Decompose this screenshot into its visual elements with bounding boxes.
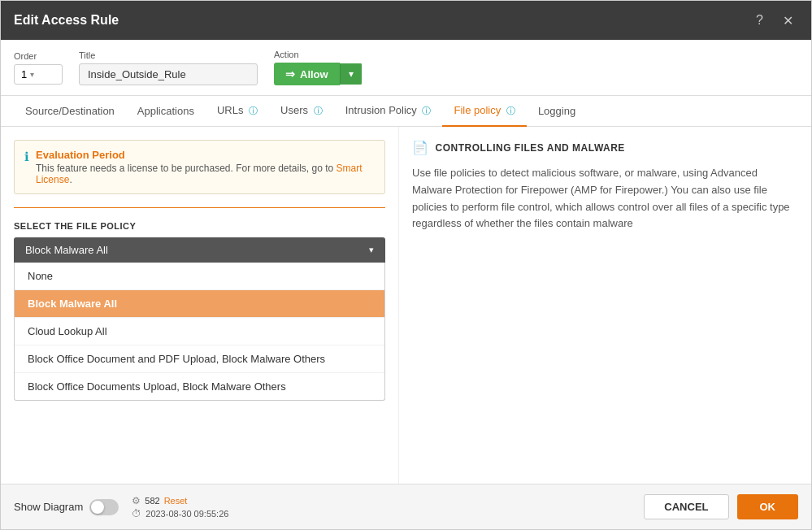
right-panel-body: Use file policies to detect malicious so… <box>412 165 798 232</box>
modal-footer: Show Diagram ⚙ 582 Reset ⏱ 2023-08-30 09… <box>1 484 811 529</box>
eval-title: Evaluation Period <box>36 149 375 161</box>
dropdown-arrow-icon: ▾ <box>369 245 374 255</box>
show-diagram-label: Show Diagram <box>14 501 83 513</box>
top-bar: Order 1 ▾ Title Action ⇒ Allow ▾ <box>1 40 811 96</box>
dropdown-selected-value: Block Malware All <box>25 244 108 256</box>
edit-access-rule-modal: Edit Access Rule ? ✕ Order 1 ▾ Title Act… <box>0 0 812 530</box>
meta-timestamp-row: ⏱ 2023-08-30 09:55:26 <box>132 508 228 519</box>
reset-link[interactable]: Reset <box>164 496 188 506</box>
left-panel: ℹ Evaluation Period This feature needs a… <box>1 127 399 484</box>
meta-timestamp: 2023-08-30 09:55:26 <box>145 509 228 519</box>
right-panel-title: 📄 CONTROLLING FILES AND MALWARE <box>412 140 798 155</box>
tab-intrusion-policy[interactable]: Intrusion Policy ⓘ <box>334 96 443 127</box>
tab-logging[interactable]: Logging <box>527 97 587 127</box>
urls-info-icon[interactable]: ⓘ <box>249 105 258 117</box>
action-label: Action <box>274 50 362 59</box>
dropdown-option-block-office-pdf[interactable]: Block Office Document and PDF Upload, Bl… <box>15 345 384 373</box>
content-area: ℹ Evaluation Period This feature needs a… <box>1 127 811 484</box>
file-policy-panel-icon: 📄 <box>412 140 429 155</box>
show-diagram-toggle[interactable] <box>89 499 119 515</box>
footer-meta: ⚙ 582 Reset ⏱ 2023-08-30 09:55:26 <box>132 495 228 519</box>
meta-count-row: ⚙ 582 Reset <box>132 495 228 506</box>
footer-left: Show Diagram ⚙ 582 Reset ⏱ 2023-08-30 09… <box>14 495 228 519</box>
meta-count-value: 582 <box>145 496 159 506</box>
cancel-button[interactable]: CANCEL <box>644 494 728 519</box>
file-policy-info-icon[interactable]: ⓘ <box>506 105 515 117</box>
modal-body: Order 1 ▾ Title Action ⇒ Allow ▾ <box>1 40 811 484</box>
close-button[interactable]: ✕ <box>778 11 798 30</box>
tab-applications[interactable]: Applications <box>126 97 206 127</box>
dropdown-option-cloud-lookup[interactable]: Cloud Lookup All <box>15 318 384 345</box>
intrusion-info-icon[interactable]: ⓘ <box>422 105 431 117</box>
title-input[interactable] <box>79 63 258 85</box>
eval-content: Evaluation Period This feature needs a l… <box>36 149 375 185</box>
footer-right: CANCEL OK <box>644 494 798 519</box>
tab-users[interactable]: Users ⓘ <box>269 96 334 127</box>
modal-header: Edit Access Rule ? ✕ <box>1 1 811 40</box>
eval-text: This feature needs a license to be purch… <box>36 163 375 185</box>
tab-source-destination[interactable]: Source/Destination <box>14 97 126 127</box>
right-panel: 📄 CONTROLLING FILES AND MALWARE Use file… <box>399 127 811 484</box>
eval-info-icon: ℹ <box>24 150 29 164</box>
order-field-group: Order 1 ▾ <box>14 51 63 85</box>
action-main-button[interactable]: ⇒ Allow <box>274 63 340 85</box>
title-field-group: Title <box>79 50 258 85</box>
show-diagram-group: Show Diagram <box>14 499 119 515</box>
tabs-bar: Source/Destination Applications URLs ⓘ U… <box>1 96 811 127</box>
order-arrow-icon: ▾ <box>30 70 34 79</box>
action-button-group: ⇒ Allow ▾ <box>274 63 362 85</box>
select-file-policy-label: SELECT THE FILE POLICY <box>14 221 385 231</box>
header-actions: ? ✕ <box>751 11 798 30</box>
ok-button[interactable]: OK <box>737 494 799 519</box>
action-label-text: Allow <box>300 68 328 80</box>
action-group: Action ⇒ Allow ▾ <box>274 50 362 85</box>
dropdown-option-block-malware-all[interactable]: Block Malware All <box>15 290 384 318</box>
dropdown-header[interactable]: Block Malware All ▾ <box>14 237 385 263</box>
dropdown-menu: None Block Malware All Cloud Lookup All … <box>14 263 385 401</box>
modal-title: Edit Access Rule <box>14 13 119 28</box>
dropdown-option-block-office-docs[interactable]: Block Office Documents Upload, Block Mal… <box>15 373 384 400</box>
timestamp-icon: ⏱ <box>132 508 141 519</box>
title-label: Title <box>79 50 258 60</box>
toggle-knob <box>91 501 104 514</box>
order-label: Order <box>14 51 63 61</box>
help-button[interactable]: ? <box>751 11 768 29</box>
order-value: 1 <box>21 68 27 80</box>
count-icon: ⚙ <box>132 495 141 506</box>
action-icon: ⇒ <box>285 67 295 80</box>
eval-period-banner: ℹ Evaluation Period This feature needs a… <box>14 140 385 194</box>
users-info-icon[interactable]: ⓘ <box>314 105 323 117</box>
dropdown-option-none[interactable]: None <box>15 263 384 290</box>
tab-file-policy[interactable]: File policy ⓘ <box>442 96 526 127</box>
order-select[interactable]: 1 ▾ <box>14 64 63 85</box>
tab-urls[interactable]: URLs ⓘ <box>206 96 269 127</box>
file-policy-dropdown: Block Malware All ▾ None Block Malware A… <box>14 237 385 401</box>
action-dropdown-button[interactable]: ▾ <box>340 63 362 85</box>
